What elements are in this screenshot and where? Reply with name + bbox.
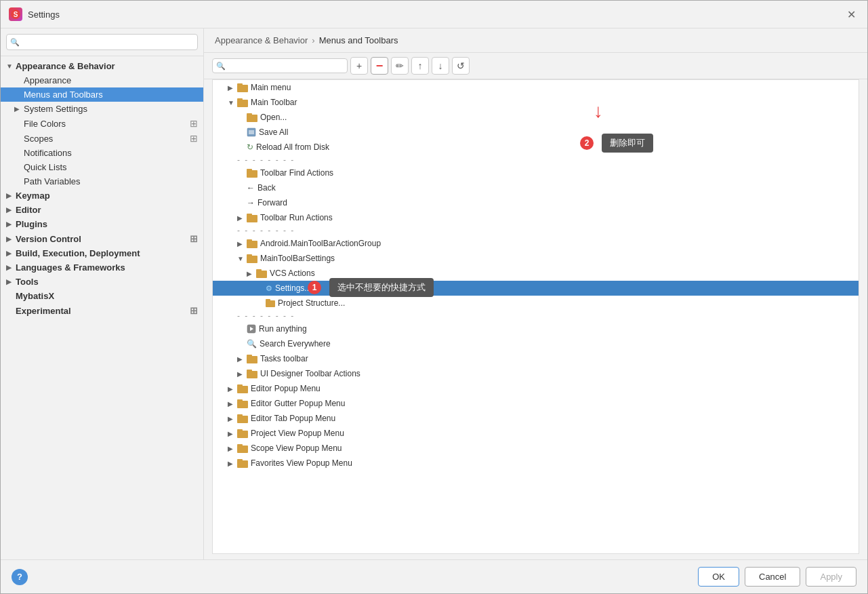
bottom-bar-actions: OK Cancel Apply: [698, 567, 856, 587]
svg-rect-29: [247, 370, 252, 372]
tree-node-settings[interactable]: ⚙ Settings... 1 选中不想要的快捷方式: [213, 281, 859, 296]
sidebar-item-label: Version Control: [16, 234, 81, 244]
tree-node-favorites-view[interactable]: ▶ Favorites View Popup Menu: [213, 456, 859, 471]
edit-button[interactable]: ✏: [391, 57, 409, 75]
svg-rect-27: [247, 355, 252, 357]
node-label: Editor Tab Popup Menu: [251, 414, 335, 423]
tree-node-editor-gutter[interactable]: ▶ Editor Gutter Popup Menu: [213, 396, 859, 411]
arrow-icon: ▶: [228, 385, 237, 393]
svg-rect-5: [237, 98, 243, 100]
tree-node-open[interactable]: Open...: [213, 110, 859, 125]
sidebar-item-mybatisx[interactable]: MybatisX: [1, 289, 203, 303]
tree-node-run-anything[interactable]: Run anything: [213, 321, 859, 336]
sidebar-item-appearance[interactable]: Appearance: [1, 73, 203, 87]
svg-rect-15: [247, 214, 252, 216]
back-icon: ←: [247, 183, 255, 193]
arrow-icon: ▶: [228, 400, 237, 408]
arrow-icon: ▶: [237, 240, 247, 248]
arrow-icon: ▼: [228, 99, 237, 106]
folder-icon: [247, 239, 257, 248]
sidebar-item-keymap[interactable]: ▶ Keymap: [1, 189, 203, 203]
sidebar-item-version-control[interactable]: ▶ Version Control ⊞: [1, 231, 203, 246]
tree-node-toolbar-find[interactable]: Toolbar Find Actions: [213, 165, 859, 180]
add-button[interactable]: +: [350, 57, 368, 75]
tree-node-tasks-toolbar[interactable]: ▶ Tasks toolbar: [213, 351, 859, 366]
sidebar-item-build[interactable]: ▶ Build, Execution, Deployment: [1, 246, 203, 260]
svg-rect-37: [237, 429, 243, 431]
sidebar-item-scopes[interactable]: Scopes ⊞: [1, 131, 203, 146]
svg-rect-39: [237, 444, 243, 446]
tree-node-search-everywhere[interactable]: 🔍 Search Everywhere: [213, 336, 859, 351]
apply-button[interactable]: Apply: [806, 567, 856, 587]
sidebar-item-tools[interactable]: ▶ Tools: [1, 275, 203, 289]
sidebar-search-input[interactable]: [6, 34, 198, 50]
tree-node-back[interactable]: ← Back: [213, 180, 859, 195]
tree-node-save-all[interactable]: Save All: [213, 125, 859, 140]
sidebar-item-appearance-behavior[interactable]: ▼ Appearance & Behavior: [1, 59, 203, 73]
tree-node-editor-popup[interactable]: ▶ Editor Popup Menu: [213, 381, 859, 396]
close-button[interactable]: ✕: [843, 6, 859, 22]
app-icon: S: [9, 7, 22, 21]
sidebar-item-label: Notifications: [24, 148, 72, 158]
scopes-icon: ⊞: [190, 133, 198, 144]
help-button[interactable]: ?: [12, 569, 28, 585]
svg-rect-7: [247, 113, 252, 115]
svg-rect-22: [266, 300, 275, 307]
node-label: Search Everywhere: [260, 339, 331, 349]
node-label: Project View Popup Menu: [251, 429, 344, 438]
node-label: Editor Popup Menu: [251, 384, 321, 393]
svg-rect-28: [247, 371, 257, 378]
tree-search-input[interactable]: [212, 58, 348, 73]
dialog-title: Settings: [28, 9, 60, 20]
reset-button[interactable]: ↺: [452, 57, 470, 75]
arrow-icon: ▶: [228, 84, 237, 92]
move-down-button[interactable]: ↓: [432, 57, 449, 75]
tree-node-main-toolbar-settings[interactable]: ▼ MainToolBarSettings: [213, 251, 859, 266]
tree-node-forward[interactable]: → Forward: [213, 195, 859, 210]
sidebar-item-system-settings[interactable]: ▶ System Settings: [1, 102, 203, 116]
tree-node-scope-view[interactable]: ▶ Scope View Popup Menu: [213, 441, 859, 456]
arrow-icon: ▶: [228, 415, 237, 422]
sidebar-item-label: Appearance: [24, 75, 71, 85]
ok-button[interactable]: OK: [698, 567, 739, 587]
tree-node-editor-tab[interactable]: ▶ Editor Tab Popup Menu: [213, 411, 859, 426]
move-up-button[interactable]: ↑: [411, 57, 429, 75]
arrow-icon: ▶: [6, 220, 13, 228]
arrow-icon: ▶: [6, 192, 13, 199]
cancel-button[interactable]: Cancel: [745, 567, 800, 587]
sidebar-item-path-variables[interactable]: Path Variables: [1, 174, 203, 189]
sidebar-item-notifications[interactable]: Notifications: [1, 146, 203, 160]
svg-rect-26: [247, 356, 257, 363]
tree-node-main-toolbar[interactable]: ▼ Main Toolbar: [213, 95, 859, 110]
tree-node-project-view[interactable]: ▶ Project View Popup Menu: [213, 426, 859, 441]
sidebar: 🔍 ▼ Appearance & Behavior Appearance Men…: [1, 28, 204, 559]
tree-search-wrap: 🔍: [212, 58, 348, 73]
sidebar-item-menus-toolbars[interactable]: Menus and Toolbars: [1, 87, 203, 102]
tree-node-toolbar-run[interactable]: ▶ Toolbar Run Actions: [213, 210, 859, 225]
tooltip-1: 选中不想要的快捷方式: [329, 278, 434, 297]
svg-rect-41: [237, 459, 243, 461]
sidebar-item-label: Build, Execution, Deployment: [16, 248, 140, 258]
tree-node-main-menu[interactable]: ▶ Main menu: [213, 80, 859, 95]
forward-icon: →: [247, 198, 255, 207]
arrow-icon: ▼: [237, 255, 247, 262]
svg-rect-12: [247, 170, 257, 178]
tree-node-ui-designer[interactable]: ▶ UI Designer Toolbar Actions: [213, 366, 859, 381]
node-label: Scope View Popup Menu: [251, 443, 342, 453]
sidebar-item-editor[interactable]: ▶ Editor: [1, 203, 203, 217]
svg-rect-19: [247, 254, 252, 256]
sidebar-item-file-colors[interactable]: File Colors ⊞: [1, 116, 203, 131]
sidebar-item-plugins[interactable]: ▶ Plugins: [1, 217, 203, 231]
svg-rect-31: [237, 384, 243, 387]
sidebar-item-quick-lists[interactable]: Quick Lists: [1, 160, 203, 174]
tree-node-android[interactable]: ▶ Android.MainToolBarActionGroup: [213, 236, 859, 251]
tree-node-reload[interactable]: ↻ Reload All from Disk: [213, 140, 859, 155]
svg-rect-21: [256, 269, 262, 271]
node-label: Android.MainToolBarActionGroup: [260, 239, 381, 248]
sidebar-item-languages[interactable]: ▶ Languages & Frameworks: [1, 260, 203, 275]
remove-button[interactable]: −: [371, 57, 388, 75]
breadcrumb-separator: ›: [312, 35, 314, 45]
svg-rect-17: [247, 239, 252, 241]
tree-node-project-structure[interactable]: Project Structure...: [213, 296, 859, 311]
sidebar-item-experimental[interactable]: Experimental ⊞: [1, 303, 203, 318]
